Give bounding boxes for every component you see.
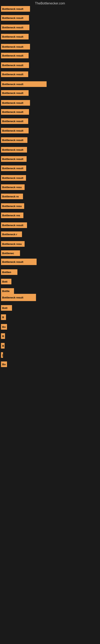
bottleneck-bar: Bottleneck res [1,212,23,218]
bottleneck-bar: Bottlen [1,269,17,275]
bottleneck-bar: Bottleneck result [1,258,37,265]
bottleneck-bar: Bottleneck result [1,44,30,50]
bottleneck-bar: Bott [1,279,11,284]
bottleneck-bar: Bottleneck result [1,147,27,152]
bottleneck-bar: Bottleneck result [1,175,26,181]
bottleneck-bar: | [1,352,3,358]
bottleneck-bar: Bottleneck result [1,62,29,68]
bottleneck-bar: Bottleneck result [1,15,29,21]
bottleneck-bar: Bottleneck result [1,53,29,58]
bottleneck-bar: Bottleneck result [1,34,29,40]
site-title: TheBottlenecker.com [35,2,65,5]
bottleneck-bar: Bottleneck resu [1,241,25,247]
bottleneck-bar: Bottleneck result [1,137,27,143]
bottleneck-bar: Bottleneck result [1,294,36,301]
bottleneck-bar: Bottleneck result [1,156,27,162]
bottleneck-bar: Bottleneck result [1,166,26,171]
bottleneck-bar: Bo [1,362,7,367]
bottleneck-bar: Bottleneck result [1,128,29,134]
bottleneck-bar: Bo [1,324,7,330]
bottleneck-bar: Bottleneck result [1,24,29,30]
bottleneck-bar: Bott [1,305,12,311]
bottleneck-bar: Bottleneck result [1,222,27,228]
bottleneck-bar: B [1,314,6,320]
bottleneck-bar: Bottleneck result [1,81,47,87]
bottleneck-bar: Bottleneck result [1,100,30,106]
bottleneck-bar: Bottleneck r [1,232,22,237]
bottleneck-bar: Bottleneck result [1,6,30,12]
bottleneck-bar: Bottle [1,288,14,294]
bottleneck-bar: Bottleneck resu [1,184,25,190]
bottleneck-bar: B [1,333,5,339]
bottleneck-bar: Bottleneck result [1,118,28,124]
bottleneck-bar: Bottlenec [1,250,20,256]
bottleneck-bar: B [1,343,4,348]
bottleneck-bar: Bottleneck resu [1,203,24,209]
bottleneck-bar: Bottleneck result [1,90,29,96]
bottleneck-bar: Bottleneck re [1,194,23,199]
bottleneck-bar: Bottleneck result [1,72,28,77]
bottleneck-bar: Bottleneck result [1,109,29,115]
